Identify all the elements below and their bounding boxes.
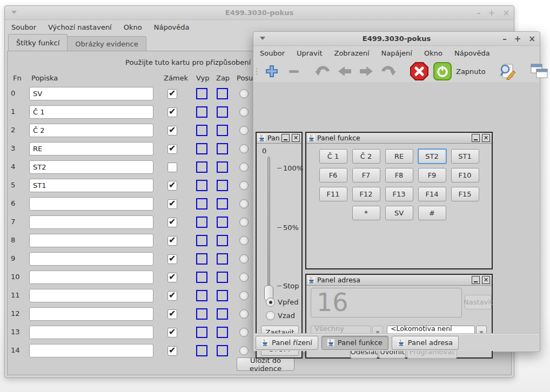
minimize-button[interactable]: – <box>477 8 481 18</box>
taskbar-panel-adresa[interactable]: Panel adresa <box>392 336 459 350</box>
menu-soubor[interactable]: Soubor <box>260 49 285 57</box>
redo-icon[interactable] <box>380 64 397 78</box>
function-button[interactable]: F9 <box>418 168 446 183</box>
vyp-box[interactable] <box>196 327 207 338</box>
function-button[interactable]: F13 <box>385 187 413 201</box>
speed-slider-track[interactable] <box>267 157 270 296</box>
save-to-roster-button[interactable]: Uložit do evidence <box>237 357 294 371</box>
zap-box[interactable] <box>217 125 228 136</box>
posun-radio[interactable] <box>239 328 249 337</box>
zap-box[interactable] <box>217 180 228 191</box>
menu-napoveda[interactable]: Nápověda <box>154 23 190 31</box>
vyp-box[interactable] <box>196 143 207 154</box>
cascade-windows-icon[interactable] <box>530 63 548 79</box>
power-on-icon[interactable] <box>433 62 452 80</box>
reverse-radio[interactable]: Vzad <box>266 311 295 320</box>
taskbar-panel-rizeni[interactable]: Panel řízení <box>256 336 318 350</box>
posun-radio[interactable] <box>239 254 249 263</box>
posun-radio[interactable] <box>239 89 249 98</box>
posun-radio[interactable] <box>239 199 249 208</box>
lock-checkbox[interactable] <box>167 218 177 227</box>
popiska-input[interactable] <box>29 105 153 119</box>
close-button[interactable]: × <box>528 34 535 44</box>
popiska-input[interactable] <box>29 289 153 302</box>
power-off-icon[interactable] <box>410 62 429 81</box>
function-button[interactable]: F12 <box>352 187 380 201</box>
maximize-button[interactable]: + <box>488 8 495 18</box>
lock-checkbox[interactable] <box>167 273 177 282</box>
radio-icon[interactable] <box>266 311 275 320</box>
popiska-input[interactable] <box>29 160 153 174</box>
menu-vychozi-nastaveni[interactable]: Výchozí nastavení <box>48 23 112 31</box>
function-button[interactable]: F6 <box>319 168 347 183</box>
posun-radio[interactable] <box>239 163 249 172</box>
frame-minimize-icon[interactable] <box>472 276 480 284</box>
maximize-button[interactable]: + <box>514 34 521 44</box>
popiska-input[interactable] <box>29 252 153 266</box>
vyp-box[interactable] <box>196 180 207 191</box>
menu-upravit[interactable]: Upravit <box>297 49 322 57</box>
function-button[interactable]: SV <box>385 206 413 220</box>
posun-radio[interactable] <box>239 181 249 190</box>
menu-napoveda[interactable]: Nápověda <box>454 49 490 57</box>
popiska-input[interactable] <box>29 179 153 192</box>
zap-box[interactable] <box>217 198 228 209</box>
lock-checkbox[interactable] <box>167 328 177 337</box>
zap-box[interactable] <box>217 143 228 154</box>
popiska-input[interactable] <box>29 197 153 211</box>
menu-napajeni[interactable]: Napájení <box>381 49 412 57</box>
function-panel-titlebar[interactable]: Panel funkce ✕ <box>306 133 492 144</box>
popiska-input[interactable] <box>29 326 153 339</box>
function-button[interactable]: F15 <box>451 187 479 201</box>
lock-checkbox[interactable] <box>167 163 177 172</box>
zap-box[interactable] <box>217 272 228 283</box>
zap-box[interactable] <box>217 235 228 246</box>
zap-box[interactable] <box>217 327 228 338</box>
popiska-input[interactable] <box>29 271 153 284</box>
posun-radio[interactable] <box>239 107 249 117</box>
edit-preferences-icon[interactable] <box>499 63 516 80</box>
lock-checkbox[interactable] <box>167 89 177 99</box>
previous-icon[interactable] <box>337 65 352 78</box>
frame-minimize-icon[interactable] <box>472 134 480 142</box>
frame-close-icon[interactable]: ✕ <box>482 276 490 284</box>
popiska-input[interactable] <box>29 215 153 229</box>
function-button[interactable]: # <box>418 206 446 220</box>
add-throttle-icon[interactable] <box>265 64 279 78</box>
remove-throttle-icon[interactable] <box>287 65 300 78</box>
posun-radio[interactable] <box>239 236 249 245</box>
popiska-input[interactable] <box>29 142 153 156</box>
menu-soubor[interactable]: Soubor <box>11 23 36 31</box>
zap-box[interactable] <box>217 290 228 301</box>
vyp-box[interactable] <box>196 272 207 283</box>
function-button[interactable]: F8 <box>385 168 413 183</box>
menu-okno[interactable]: Okno <box>124 23 142 31</box>
vyp-box[interactable] <box>196 88 207 99</box>
zap-box[interactable] <box>217 253 228 265</box>
toolbar-grip[interactable] <box>256 68 257 75</box>
vyp-box[interactable] <box>196 106 207 118</box>
zap-box[interactable] <box>217 308 228 320</box>
lock-checkbox[interactable] <box>167 181 177 191</box>
popiska-input[interactable] <box>29 234 153 247</box>
popiska-input[interactable] <box>29 87 153 100</box>
close-button[interactable]: × <box>502 8 509 18</box>
vyp-box[interactable] <box>196 290 207 301</box>
posun-radio[interactable] <box>239 144 249 153</box>
zap-box[interactable] <box>217 217 228 228</box>
zap-box[interactable] <box>217 88 228 99</box>
lock-checkbox[interactable] <box>167 291 177 301</box>
vyp-box[interactable] <box>196 253 207 265</box>
lock-checkbox[interactable] <box>167 254 177 264</box>
address-display[interactable]: 16 <box>311 288 462 317</box>
zap-box[interactable] <box>217 345 228 356</box>
vyp-box[interactable] <box>196 217 207 228</box>
window-menu-icon[interactable] <box>11 11 17 14</box>
lock-checkbox[interactable] <box>167 236 177 246</box>
frame-close-icon[interactable]: ✕ <box>292 134 300 142</box>
posun-radio[interactable] <box>239 126 249 135</box>
posun-radio[interactable] <box>239 291 249 300</box>
roster-titlebar[interactable]: E499.3030-pokus – + × <box>5 6 514 20</box>
function-button[interactable]: * <box>352 206 380 220</box>
frame-minimize-icon[interactable] <box>281 134 290 142</box>
